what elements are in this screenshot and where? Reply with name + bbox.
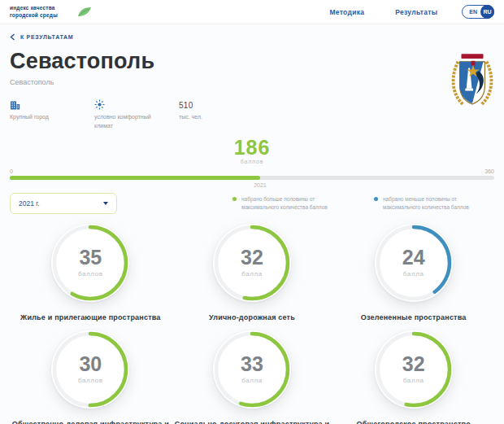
progress-min-label: 0 [10,168,13,174]
gauge-unit: баллов [78,377,103,384]
gauge-unit: балла [403,377,424,384]
fact-label: Крупный город [10,113,68,122]
gauge-unit: балла [241,377,263,384]
gauge-ring: 32 балла [375,330,453,409]
gauge-ring: 33 балла [213,330,291,409]
logo[interactable]: индекс качества городской среды [10,5,92,19]
top-nav: Методика Результаты EN RU [298,5,494,19]
page-subtitle: Севастополь [10,78,494,86]
legend-dot-blue [374,197,378,201]
progress-max-label: 360 [484,168,494,174]
gauge-unit: балла [241,270,263,278]
total-score-unit: баллов [10,159,494,164]
gauge-card-leisure-infrastructure: 33 балла Социально-досуговая инфраструкт… [172,330,333,424]
gauge-center: 32 балла [375,330,453,409]
gauge-center: 35 баллов [51,224,129,302]
year-dropdown-value: 2021 г. [19,199,40,208]
fact-climate: условно комфортный климат [94,98,179,131]
logo-text: индекс качества городской среды [10,5,58,19]
gauge-label: Улично-дорожная сеть [209,311,295,324]
gauge-value: 24 [402,247,425,268]
gauge-value: 32 [241,247,263,268]
category-gauges: 35 баллов Жилье и прилегающие пространст… [10,224,494,424]
legend-label: набрано меньше половины от максимального… [383,195,493,212]
fact-city-size: Крупный город [10,98,94,131]
gauge-center: 30 баллов [51,330,129,409]
nav-results[interactable]: Результаты [395,8,437,16]
gauge-label: Жилье и прилегающие пространства [20,311,161,324]
gauge-unit: балла [403,270,424,278]
gauge-value: 30 [79,354,102,374]
legend-label: набрано больше половины от максимального… [241,195,351,212]
fact-label: условно комфортный климат [94,113,153,131]
main-content: Севастополь Севастополь Крупный город [0,49,504,424]
logo-line-2: городской среды [10,12,58,19]
logo-line-1: индекс качества [10,5,58,11]
gauge-label: Социально-досуговая инфраструктура и при… [172,417,333,424]
chevron-down-icon [103,202,108,205]
breadcrumb-label: К РЕЗУЛЬТАТАМ [20,34,73,40]
total-score: 186 баллов [10,138,494,164]
progress-year-label: 2021 [254,182,267,188]
gauge-ring: 35 баллов [51,224,129,302]
gauge-ring: 30 баллов [51,330,129,409]
coat-of-arms [449,52,496,109]
legend: набрано больше половины от максимального… [232,193,493,212]
city-facts: Крупный город условно комфортный климат … [10,98,494,131]
gauge-center: 33 балла [213,330,291,409]
building-icon [10,98,94,110]
legend-item-below-half: набрано меньше половины от максимального… [374,195,493,212]
page-title: Севастополь [10,49,494,74]
gauge-ring: 24 балла [375,224,453,302]
language-toggle[interactable]: EN RU [462,5,494,19]
legend-item-above-half: набрано больше половины от максимального… [232,195,351,212]
controls-row: 2021 г. набрано больше половины от макси… [10,193,494,214]
breadcrumb-back-link[interactable]: К РЕЗУЛЬТАТАМ [0,24,83,44]
lang-ru-button[interactable]: RU [480,5,494,19]
year-dropdown[interactable]: 2021 г. [10,193,117,214]
gauge-card-streets: 32 балла Улично-дорожная сеть [172,224,333,324]
gauge-card-housing: 35 баллов Жилье и прилегающие пространст… [10,224,172,324]
fact-value: 510 [179,98,202,110]
chevron-left-icon [10,33,15,41]
nav-methodology[interactable]: Методика [329,8,364,16]
gauge-center: 24 балла [375,224,453,302]
score-progress: 0 360 2021 [10,168,494,180]
gauge-center: 32 балла [213,224,291,302]
lang-en-button[interactable]: EN [469,9,477,15]
gauge-label: Озелененные пространства [361,311,467,324]
gauge-value: 35 [79,247,102,268]
gauge-card-business-infrastructure: 30 баллов Общественно-деловая инфраструк… [10,330,172,424]
leaf-icon [77,7,92,17]
gauge-value: 33 [241,354,263,374]
sun-icon [94,98,179,110]
app-header: индекс качества городской среды Методика… [0,0,504,24]
gauge-card-citywide-space: 32 балла Общегородское пространство [332,330,494,424]
legend-dot-green [232,197,237,201]
progress-fill [10,176,260,180]
progress-track: 2021 [10,176,494,180]
progress-scale-labels: 0 360 [10,168,494,174]
total-score-value: 186 [10,138,494,158]
fact-population: 510 тыс. чел. [179,98,202,131]
gauge-card-green-spaces: 24 балла Озелененные пространства [332,224,494,324]
gauge-label: Общегородское пространство [356,417,470,424]
gauge-unit: баллов [78,270,103,278]
gauge-value: 32 [402,354,425,374]
fact-label: тыс. чел. [179,113,202,122]
gauge-label: Общественно-деловая инфраструктура и при… [10,417,172,424]
gauge-ring: 32 балла [213,224,291,302]
